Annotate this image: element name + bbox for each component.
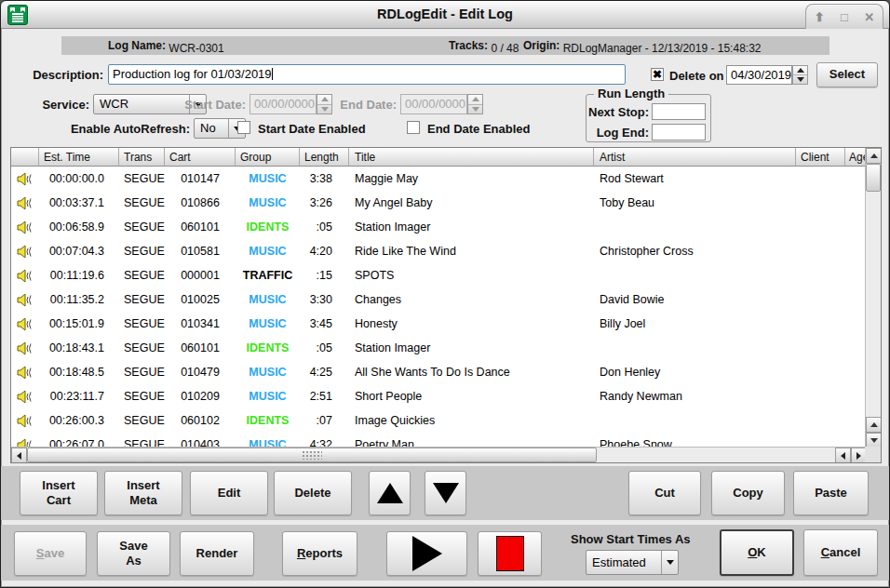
insert-cart-button[interactable]: InsertCart <box>20 471 98 515</box>
paste-button[interactable]: Paste <box>793 471 869 515</box>
end-date-spinner[interactable] <box>467 94 483 114</box>
ok-button[interactable]: OK <box>720 529 794 576</box>
play-button[interactable] <box>386 531 467 576</box>
cart-cell: 060102 <box>165 414 236 427</box>
cart-cell: 060101 <box>165 341 236 354</box>
column-header-cart[interactable]: Cart <box>165 148 236 167</box>
column-header-length[interactable]: Length <box>300 148 349 167</box>
artist-cell: Rod Stewart <box>594 172 796 185</box>
column-header-icon[interactable] <box>11 148 39 167</box>
end-date-input[interactable]: 00/00/0000 <box>400 94 467 114</box>
move-down-button[interactable] <box>425 471 466 515</box>
spinner-up-icon[interactable] <box>793 66 807 75</box>
table-row[interactable]: 00:23:11.7 SEGUE 010209 MUSIC 2:51 Short… <box>11 384 865 408</box>
cart-cell: 010479 <box>165 366 236 379</box>
table-row[interactable]: 00:15:01.9 SEGUE 010341 MUSIC 3:45 Hones… <box>11 312 865 336</box>
artist-cell: Christopher Cross <box>594 245 796 258</box>
speaker-icon <box>11 220 39 234</box>
table-row[interactable]: 00:06:58.9 SEGUE 060101 IDENTS :05 Stati… <box>11 215 865 239</box>
move-up-button[interactable] <box>369 471 411 515</box>
scrollbar-corner <box>865 447 881 462</box>
column-header-title[interactable]: Title <box>349 148 594 167</box>
start-date-enabled-label: Start Date Enabled <box>258 122 366 136</box>
spinner-down-icon[interactable] <box>793 75 807 84</box>
table-row[interactable]: 00:18:43.1 SEGUE 060101 IDENTS :05 Stati… <box>11 336 865 360</box>
thumb-grip <box>302 450 322 460</box>
table-row[interactable]: 00:18:48.5 SEGUE 010479 MUSIC 4:25 All S… <box>11 360 865 384</box>
maximize-icon[interactable]: □ <box>841 11 848 23</box>
save-as-button[interactable]: SaveAs <box>97 531 170 576</box>
select-button[interactable]: Select <box>816 62 878 87</box>
group-cell: IDENTS <box>236 341 300 354</box>
column-header-est-time[interactable]: Est. Time <box>39 148 119 167</box>
cart-cell: 010341 <box>165 317 236 330</box>
speaker-icon <box>11 366 39 380</box>
length-cell: 4:25 <box>300 366 349 379</box>
trans-cell: SEGUE <box>119 317 165 330</box>
scroll-up-icon[interactable] <box>866 417 882 433</box>
next-stop-input[interactable] <box>652 103 706 120</box>
delete-on-checkbox[interactable]: ✖ <box>651 68 664 81</box>
group-cell: MUSIC <box>236 390 300 403</box>
table-row[interactable]: 00:11:19.6 SEGUE 000001 TRAFFIC :15 SPOT… <box>11 263 865 287</box>
horizontal-scrollbar[interactable] <box>11 447 867 462</box>
scroll-left-icon[interactable] <box>835 448 851 463</box>
render-button[interactable]: Render <box>180 531 254 576</box>
delete-date-spinner[interactable] <box>792 65 808 85</box>
table-row[interactable]: 00:11:35.2 SEGUE 010025 MUSIC 3:30 Chang… <box>11 287 865 312</box>
table-row[interactable]: 00:07:04.3 SEGUE 010581 MUSIC 4:20 Ride … <box>11 239 865 263</box>
column-header-age[interactable]: Age <box>845 148 865 167</box>
edit-button[interactable]: Edit <box>190 471 268 515</box>
close-icon[interactable]: ✕ <box>864 11 874 23</box>
column-header-group[interactable]: Group <box>236 148 300 167</box>
trans-cell: SEGUE <box>119 269 165 282</box>
table-row[interactable]: 00:00:00.0 SEGUE 010147 MUSIC 3:38 Maggi… <box>11 167 865 191</box>
text-caret <box>272 68 273 80</box>
artist-cell: Don Henley <box>594 366 796 379</box>
column-header-client[interactable]: Client <box>796 148 845 167</box>
end-date-enabled-checkbox[interactable] <box>407 121 420 134</box>
log-end-input[interactable] <box>652 124 706 140</box>
shade-icon[interactable]: ⬆ <box>815 11 825 23</box>
delete-button[interactable]: Delete <box>274 471 352 515</box>
cart-cell: 010147 <box>165 172 236 185</box>
cart-cell: 010581 <box>165 245 236 258</box>
description-input[interactable]: Production log for 01/03/2019 <box>108 64 626 85</box>
reports-button[interactable]: Reports <box>282 531 357 576</box>
titlebar[interactable]: RDLogEdit - Edit Log ⬆ □ ✕ <box>1 1 889 29</box>
artist-cell: Toby Beau <box>594 196 796 209</box>
table-row[interactable]: 00:26:00.3 SEGUE 060102 IDENTS :07 Image… <box>11 408 865 433</box>
trans-cell: SEGUE <box>119 220 165 234</box>
insert-meta-button[interactable]: InsertMeta <box>104 471 182 515</box>
stop-button[interactable] <box>478 531 542 576</box>
cut-button[interactable]: Cut <box>628 471 701 515</box>
copy-button[interactable]: Copy <box>711 471 785 515</box>
table-header: Est. Time Trans Cart Group Length Title … <box>11 148 865 167</box>
horizontal-scroll-thumb[interactable] <box>27 448 597 462</box>
start-date-label: Start Date: <box>122 98 246 112</box>
scroll-left-icon[interactable] <box>11 448 27 463</box>
log-rows: 00:00:00.0 SEGUE 010147 MUSIC 3:38 Maggi… <box>11 167 865 448</box>
column-header-artist[interactable]: Artist <box>594 148 796 167</box>
group-cell: IDENTS <box>236 220 300 234</box>
vertical-scroll-thumb[interactable] <box>866 164 881 192</box>
spinner-up-icon[interactable] <box>468 95 482 105</box>
column-header-trans[interactable]: Trans <box>119 148 165 167</box>
cancel-button[interactable]: Cancel <box>803 529 878 576</box>
scroll-up-icon[interactable] <box>866 148 882 164</box>
start-date-enabled-checkbox[interactable] <box>237 121 250 134</box>
spinner-down-icon[interactable] <box>468 105 482 114</box>
group-cell: MUSIC <box>236 172 300 185</box>
est-time-cell: 00:00:00.0 <box>39 172 119 185</box>
delete-date-input[interactable]: 04/30/2019 <box>726 65 792 85</box>
save-button[interactable]: Save <box>14 531 87 576</box>
title-cell: Maggie May <box>349 172 594 185</box>
artist-cell: David Bowie <box>594 293 796 306</box>
trans-cell: SEGUE <box>119 414 165 427</box>
est-time-cell: 00:26:00.3 <box>39 414 119 427</box>
speaker-icon <box>11 317 39 331</box>
trans-cell: SEGUE <box>119 293 165 306</box>
vertical-scrollbar[interactable] <box>865 148 881 448</box>
show-start-times-combo[interactable]: Estimated <box>586 550 679 575</box>
table-row[interactable]: 00:03:37.1 SEGUE 010866 MUSIC 3:26 My An… <box>11 191 865 215</box>
